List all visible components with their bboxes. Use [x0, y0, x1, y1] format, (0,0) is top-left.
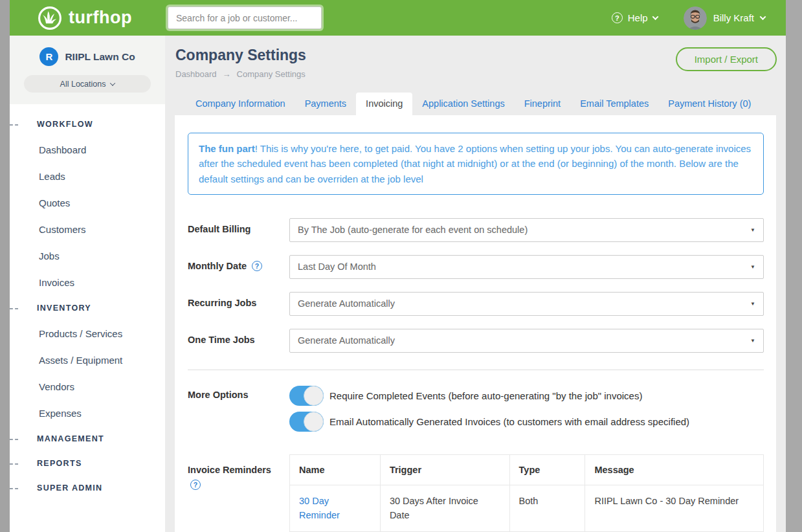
reminder-trigger: 30 Days After Invoice Date: [380, 485, 509, 532]
column-header-trigger: Trigger: [380, 454, 509, 485]
sidebar-section-management[interactable]: MANAGEMENT: [10, 427, 165, 451]
sidebar-section-workflow[interactable]: WORKFLOW: [10, 112, 165, 137]
toggle-knob: [304, 386, 324, 406]
require-completed-toggle[interactable]: [289, 386, 324, 406]
column-header-type: Type: [509, 454, 585, 485]
recurring-jobs-value: Generate Automatically: [298, 298, 395, 309]
toggle-row-email-auto: Email Automatically Generated Invoices (…: [289, 412, 764, 432]
sidebar-item-quotes[interactable]: Quotes: [10, 190, 165, 216]
tab-email-templates[interactable]: Email Templates: [570, 93, 658, 115]
invoicing-panel: The fun part! This is why you're here, t…: [175, 115, 776, 532]
info-text: ! This is why you're here, to get paid. …: [199, 143, 751, 184]
more-options-label: More Options: [188, 386, 289, 438]
reminder-message: RIIPL Lawn Co - 30 Day Reminder: [585, 485, 764, 532]
sidebar: R RIIPL Lawn Co All Locations WORKFLOW D…: [10, 36, 165, 532]
page-scrollbar[interactable]: [786, 0, 802, 532]
sidebar-item-dashboard[interactable]: Dashboard: [10, 137, 165, 163]
default-billing-label: Default Billing: [188, 218, 289, 242]
sidebar-item-expenses[interactable]: Expenses: [10, 400, 165, 427]
select-arrow-icon: ▼: [750, 301, 755, 307]
invoice-reminders-label: Invoice Reminders: [188, 465, 289, 475]
more-options-row: More Options Require Completed Events (b…: [188, 386, 764, 438]
company-row[interactable]: R RIIPL Lawn Co: [10, 47, 165, 66]
sidebar-nav: WORKFLOW Dashboard Leads Quotes Customer…: [10, 104, 165, 500]
sidebar-section-inventory[interactable]: INVENTORY: [10, 296, 165, 320]
help-circle-icon: ?: [612, 12, 623, 23]
chevron-down-icon: [652, 14, 658, 20]
monthly-date-help-icon[interactable]: ?: [252, 261, 262, 271]
sidebar-item-jobs[interactable]: Jobs: [10, 243, 165, 269]
sidebar-section-super-admin[interactable]: SUPER ADMIN: [10, 476, 165, 500]
field-row-one-time-jobs: One Time Jobs Generate Automatically ▼: [188, 329, 764, 353]
info-lead: The fun part: [199, 143, 255, 154]
sidebar-section-reports[interactable]: REPORTS: [10, 451, 165, 476]
monthly-date-label: Monthly Date: [188, 261, 247, 271]
user-menu[interactable]: Billy Kraft: [684, 6, 765, 30]
table-header-row: Name Trigger Type Message: [290, 454, 764, 485]
breadcrumb-current: Company Settings: [237, 69, 306, 79]
field-row-default-billing: Default Billing By The Job (auto-generat…: [188, 218, 764, 242]
one-time-jobs-label: One Time Jobs: [188, 329, 289, 353]
tab-payments[interactable]: Payments: [295, 93, 356, 115]
user-name: Billy Kraft: [713, 12, 754, 23]
help-label: Help: [628, 12, 648, 23]
sidebar-item-assets-equipment[interactable]: Assets / Equipment: [10, 347, 165, 373]
one-time-jobs-select[interactable]: Generate Automatically ▼: [289, 329, 764, 353]
turfhop-grass-icon: [38, 6, 62, 30]
sidebar-item-products-services[interactable]: Products / Services: [10, 320, 165, 347]
field-row-monthly-date: Monthly Date ? Last Day Of Month ▼: [188, 255, 764, 279]
sidebar-item-customers[interactable]: Customers: [10, 216, 165, 243]
recurring-jobs-label: Recurring Jobs: [188, 292, 289, 316]
table-row: 30 Day Reminder 30 Days After Invoice Da…: [290, 485, 764, 532]
window-left-strip: [0, 0, 10, 532]
global-search-input[interactable]: [168, 6, 322, 29]
settings-tabs: Company Information Payments Invoicing A…: [186, 93, 761, 115]
default-billing-select[interactable]: By The Job (auto-generate for each event…: [289, 218, 764, 242]
invoice-reminders-row: Invoice Reminders ? Name Trigger Type Me…: [188, 454, 764, 532]
sidebar-item-vendors[interactable]: Vendors: [10, 373, 165, 400]
company-name: RIIPL Lawn Co: [65, 51, 135, 63]
email-auto-toggle[interactable]: [289, 412, 324, 432]
tab-invoicing[interactable]: Invoicing: [356, 93, 412, 115]
sidebar-item-leads[interactable]: Leads: [10, 163, 165, 190]
invoice-reminders-table: Name Trigger Type Message 30 Day Reminde…: [289, 454, 764, 532]
reminder-link-30-day[interactable]: 30 Day Reminder: [299, 496, 340, 520]
monthly-date-value: Last Day Of Month: [298, 261, 376, 272]
chevron-down-icon: [760, 14, 766, 20]
select-arrow-icon: ▼: [750, 227, 755, 233]
company-avatar: R: [39, 47, 58, 66]
email-auto-label: Email Automatically Generated Invoices (…: [329, 416, 689, 427]
main-content: Company Settings Dashboard → Company Set…: [165, 36, 786, 532]
locations-selector[interactable]: All Locations: [24, 75, 151, 93]
breadcrumb-arrow-icon: →: [223, 69, 231, 79]
select-arrow-icon: ▼: [750, 264, 755, 270]
select-arrow-icon: ▼: [750, 338, 755, 344]
tab-fineprint[interactable]: Fineprint: [515, 93, 570, 115]
tab-payment-history[interactable]: Payment History (0): [658, 93, 761, 115]
import-export-button[interactable]: Import / Export: [676, 47, 777, 71]
brand-name: turfhop: [69, 8, 132, 28]
require-completed-label: Require Completed Events (before auto-ge…: [329, 390, 642, 401]
default-billing-value: By The Job (auto-generate for each event…: [298, 225, 528, 235]
brand-logo[interactable]: turfhop: [38, 6, 132, 30]
info-callout: The fun part! This is why you're here, t…: [188, 133, 764, 195]
column-header-message: Message: [585, 454, 764, 485]
breadcrumb-dashboard[interactable]: Dashboard: [175, 69, 217, 79]
tab-company-information[interactable]: Company Information: [186, 93, 295, 115]
reminder-type: Both: [509, 485, 585, 532]
tab-application-settings[interactable]: Application Settings: [412, 93, 514, 115]
monthly-date-select[interactable]: Last Day Of Month ▼: [289, 255, 764, 279]
user-avatar: [684, 6, 707, 30]
company-section: R RIIPL Lawn Co All Locations: [10, 36, 165, 104]
locations-label: All Locations: [60, 80, 106, 89]
one-time-jobs-value: Generate Automatically: [298, 335, 395, 346]
sidebar-item-invoices[interactable]: Invoices: [10, 269, 165, 296]
top-navbar: turfhop ? Help: [10, 0, 786, 36]
section-divider: [188, 370, 764, 370]
recurring-jobs-select[interactable]: Generate Automatically ▼: [289, 292, 764, 316]
column-header-name: Name: [290, 454, 381, 485]
toggle-row-require-completed: Require Completed Events (before auto-ge…: [289, 386, 764, 406]
help-menu[interactable]: ? Help: [612, 12, 658, 23]
chevron-down-icon: [110, 80, 115, 85]
invoice-reminders-help-icon[interactable]: ?: [190, 480, 201, 490]
